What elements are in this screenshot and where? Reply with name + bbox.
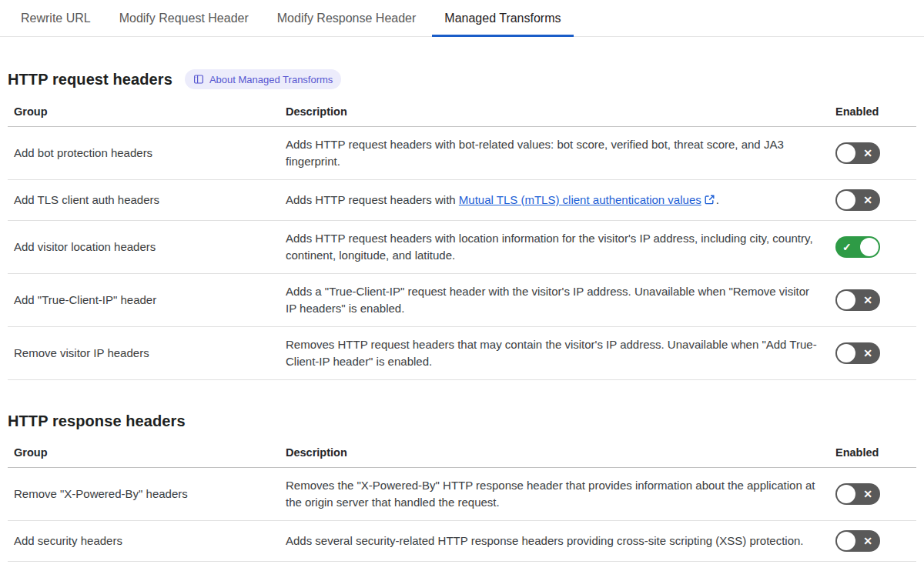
column-header-enabled: Enabled	[835, 92, 916, 126]
group-cell: Remove "X-Powered-By" headers	[8, 476, 286, 512]
toggle-off[interactable]: ✕	[835, 530, 880, 552]
tab-managed-transforms[interactable]: Managed Transforms	[432, 0, 573, 36]
badge-label: About Managed Transforms	[209, 74, 333, 85]
table-row: Add security headersAdds several securit…	[8, 521, 916, 562]
x-icon: ✕	[863, 148, 872, 159]
table-row: Add TLS client auth headersAdds HTTP req…	[8, 180, 916, 221]
toggle-knob	[837, 532, 855, 550]
group-cell: Add "True-Client-IP" header	[8, 282, 286, 318]
table-row: Add visitor location headersAdds HTTP re…	[8, 221, 916, 274]
description-cell: Removes the "X-Powered-By" HTTP response…	[286, 468, 835, 520]
enabled-cell: ✓	[835, 227, 916, 267]
column-header-description: Description	[286, 92, 835, 126]
toggle-knob	[837, 144, 855, 162]
description-cell: Removes HTTP request headers that may co…	[286, 327, 835, 379]
enabled-cell: ✕	[835, 521, 916, 561]
column-header-enabled: Enabled	[835, 433, 916, 467]
description-cell: Adds a "True-Client-IP" request header w…	[286, 274, 835, 326]
table-body: Remove "X-Powered-By" headersRemoves the…	[8, 468, 916, 562]
toggle-knob	[837, 485, 855, 503]
x-icon: ✕	[863, 295, 872, 306]
table-row: Remove visitor IP headersRemoves HTTP re…	[8, 327, 916, 380]
x-icon: ✕	[863, 489, 872, 499]
toggle-off[interactable]: ✕	[835, 342, 880, 364]
table-row: Remove "X-Powered-By" headersRemoves the…	[8, 468, 916, 521]
tab-rewrite-url[interactable]: Rewrite URL	[8, 0, 103, 36]
toggle-on[interactable]: ✓	[835, 236, 880, 258]
column-header-group: Group	[8, 433, 286, 467]
group-cell: Remove visitor IP headers	[8, 336, 286, 371]
table-body: Add bot protection headersAdds HTTP requ…	[8, 127, 916, 380]
description-cell: Adds HTTP request headers with Mutual TL…	[286, 182, 835, 219]
enabled-cell: ✕	[835, 474, 916, 514]
table-row: Add bot protection headersAdds HTTP requ…	[8, 127, 916, 180]
section-header: HTTP request headers About Managed Trans…	[8, 69, 916, 89]
enabled-cell: ✕	[835, 333, 916, 373]
table-header-row: Group Description Enabled	[8, 433, 916, 468]
section-response-headers: HTTP response headers Group Description …	[8, 412, 916, 562]
toggle-off[interactable]: ✕	[835, 483, 880, 505]
tab-modify-request-header[interactable]: Modify Request Header	[107, 0, 261, 36]
x-icon: ✕	[863, 348, 872, 359]
column-header-description: Description	[286, 433, 835, 467]
tab-modify-response-header[interactable]: Modify Response Header	[265, 0, 429, 36]
section-title-request-headers: HTTP request headers	[8, 71, 172, 88]
description-cell: Adds HTTP request headers with location …	[286, 221, 835, 273]
toggle-off[interactable]: ✕	[835, 289, 880, 311]
toggle-knob	[837, 344, 855, 362]
book-icon	[193, 74, 204, 85]
toggle-off[interactable]: ✕	[835, 142, 880, 164]
tab-bar: Rewrite URLModify Request HeaderModify R…	[0, 0, 924, 37]
group-cell: Add visitor location headers	[8, 229, 286, 265]
section-header: HTTP response headers	[8, 412, 916, 430]
toggle-knob	[860, 238, 879, 256]
external-link-icon	[705, 192, 715, 209]
group-cell: Add security headers	[8, 523, 286, 559]
request-headers-table: Group Description Enabled Add bot protec…	[8, 92, 916, 380]
group-cell: Add TLS client auth headers	[8, 182, 286, 218]
group-cell: Add bot protection headers	[8, 135, 286, 171]
table-row: Add "True-Client-IP" headerAdds a "True-…	[8, 274, 916, 327]
toggle-off[interactable]: ✕	[835, 189, 880, 211]
managed-transforms-panel: HTTP request headers About Managed Trans…	[0, 69, 924, 562]
response-headers-table: Group Description Enabled Remove "X-Powe…	[8, 433, 916, 562]
description-cell: Adds HTTP request headers with bot-relat…	[286, 127, 835, 179]
description-cell: Adds several security-related HTTP respo…	[286, 523, 835, 559]
x-icon: ✕	[863, 195, 872, 205]
column-header-group: Group	[8, 92, 286, 126]
section-request-headers: HTTP request headers About Managed Trans…	[8, 69, 916, 380]
section-title-response-headers: HTTP response headers	[8, 412, 186, 430]
description-text: Adds HTTP request headers with	[286, 193, 459, 206]
about-managed-transforms-badge[interactable]: About Managed Transforms	[185, 69, 341, 89]
toggle-knob	[837, 191, 855, 209]
description-text: .	[716, 193, 719, 206]
enabled-cell: ✕	[835, 180, 916, 220]
enabled-cell: ✕	[835, 133, 916, 173]
x-icon: ✕	[863, 536, 872, 546]
check-icon: ✓	[842, 242, 852, 252]
table-header-row: Group Description Enabled	[8, 92, 916, 127]
toggle-knob	[837, 291, 855, 309]
mtls-link[interactable]: Mutual TLS (mTLS) client authentication …	[459, 193, 701, 206]
enabled-cell: ✕	[835, 280, 916, 320]
